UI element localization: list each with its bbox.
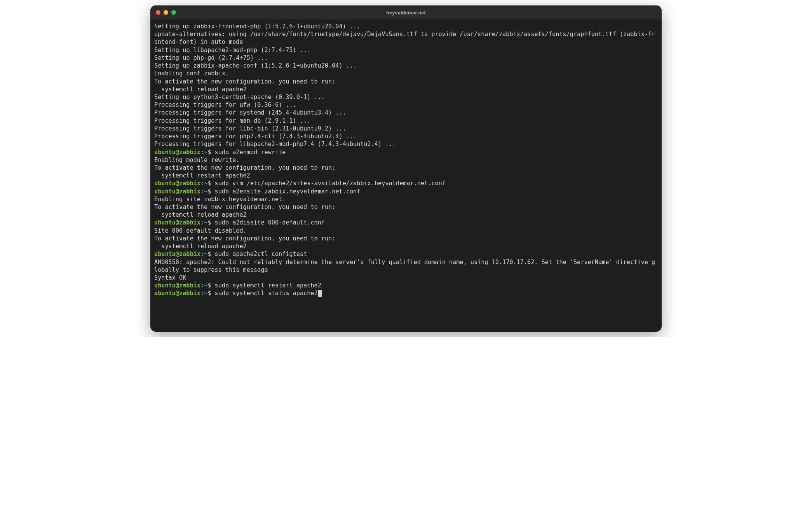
output-text: AH00558: apache2: Could not reliably det… <box>154 259 655 273</box>
output-text: Enabling site zabbix.heyvaldemar.net. <box>154 196 286 203</box>
shell-prompt: ubuntu@zabbix:~$ <box>154 290 215 297</box>
terminal-window: heyvaldemar.net Setting up zabbix-fronte… <box>150 5 662 332</box>
prompt-colon: : <box>200 290 204 297</box>
prompt-at: @ <box>176 282 179 289</box>
prompt-path: ~ <box>204 149 207 156</box>
output-text: systemctl restart apache2 <box>154 172 250 179</box>
prompt-at: @ <box>176 251 179 258</box>
output-line: systemctl reload apache2 <box>154 85 658 93</box>
output-text: Processing triggers for libapache2-mod-p… <box>154 141 396 148</box>
minimize-icon[interactable] <box>164 10 168 15</box>
titlebar[interactable]: heyvaldemar.net <box>150 5 662 19</box>
output-line: AH00558: apache2: Could not reliably det… <box>154 258 658 274</box>
command-line: ubuntu@zabbix:~$ sudo systemctl restart … <box>154 282 658 289</box>
window-controls <box>156 10 176 15</box>
output-text: Site 000-default disabled. <box>154 227 247 234</box>
output-text: systemctl reload apache2 <box>154 243 247 250</box>
command-text: sudo apache2ctl configtest <box>215 251 307 258</box>
prompt-host: zabbix <box>179 251 200 258</box>
output-line: systemctl reload apache2 <box>154 211 658 219</box>
output-line: To activate the new configuration, you n… <box>154 235 658 242</box>
output-line: systemctl restart apache2 <box>154 172 658 179</box>
shell-prompt: ubuntu@zabbix:~$ <box>154 282 215 289</box>
output-text: To activate the new configuration, you n… <box>154 78 335 85</box>
prompt-user: ubuntu <box>154 219 176 226</box>
command-text: sudo vim /etc/apache2/sites-available/za… <box>215 180 446 187</box>
output-line: update-alternatives: using /usr/share/fo… <box>154 30 658 46</box>
command-text: sudo a2dissite 000-default.conf <box>215 219 325 226</box>
output-line: Processing triggers for man-db (2.9.1-1)… <box>154 117 658 125</box>
prompt-host: zabbix <box>179 282 200 289</box>
output-text: Processing triggers for man-db (2.9.1-1)… <box>154 117 310 124</box>
output-line: Setting up php-gd (2:7.4+75) ... <box>154 54 658 62</box>
command-line: ubuntu@zabbix:~$ sudo systemctl status a… <box>154 289 658 297</box>
prompt-host: zabbix <box>179 149 200 156</box>
prompt-path: ~ <box>204 282 207 289</box>
output-text: Setting up libapache2-mod-php (2:7.4+75)… <box>154 47 310 54</box>
prompt-host: zabbix <box>179 219 200 226</box>
prompt-colon: : <box>200 188 204 195</box>
close-icon[interactable] <box>156 10 160 15</box>
output-line: Setting up libapache2-mod-php (2:7.4+75)… <box>154 46 658 54</box>
command-text: sudo systemctl status apache2 <box>215 290 318 297</box>
output-text: Processing triggers for systemd (245.4-4… <box>154 109 346 116</box>
output-text: Processing triggers for ufw (0.36-6) ... <box>154 101 296 108</box>
output-text: To activate the new configuration, you n… <box>154 235 335 242</box>
command-line: ubuntu@zabbix:~$ sudo a2enmod rewrite <box>154 148 658 156</box>
output-text: Processing triggers for libc-bin (2.31-0… <box>154 125 346 132</box>
command-line: ubuntu@zabbix:~$ sudo a2dissite 000-defa… <box>154 219 658 226</box>
prompt-colon: : <box>200 149 204 156</box>
output-text: Setting up php-gd (2:7.4+75) ... <box>154 54 268 61</box>
shell-prompt: ubuntu@zabbix:~$ <box>154 149 215 156</box>
output-line: To activate the new configuration, you n… <box>154 203 658 211</box>
prompt-user: ubuntu <box>154 282 176 289</box>
cursor-icon <box>318 290 322 297</box>
output-line: Enabling module rewrite. <box>154 156 658 164</box>
output-line: Processing triggers for systemd (245.4-4… <box>154 109 658 117</box>
zoom-icon[interactable] <box>171 10 176 15</box>
prompt-user: ubuntu <box>154 180 176 187</box>
prompt-path: ~ <box>204 219 207 226</box>
output-line: Processing triggers for libc-bin (2.31-0… <box>154 125 658 132</box>
prompt-colon: : <box>200 251 204 258</box>
output-text: systemctl reload apache2 <box>154 211 247 218</box>
prompt-at: @ <box>176 180 179 187</box>
prompt-path: ~ <box>204 290 207 297</box>
prompt-colon: : <box>200 282 204 289</box>
prompt-host: zabbix <box>179 290 200 297</box>
prompt-host: zabbix <box>179 180 200 187</box>
output-line: Setting up zabbix-frontend-php (1:5.2.6-… <box>154 23 658 30</box>
shell-prompt: ubuntu@zabbix:~$ <box>154 180 215 187</box>
prompt-at: @ <box>176 188 179 195</box>
command-line: ubuntu@zabbix:~$ sudo apache2ctl configt… <box>154 250 658 258</box>
output-text: Setting up zabbix-frontend-php (1:5.2.6-… <box>154 23 360 30</box>
output-line: Syntax OK <box>154 274 658 282</box>
shell-prompt: ubuntu@zabbix:~$ <box>154 219 215 226</box>
output-text: To activate the new configuration, you n… <box>154 204 335 211</box>
output-text: Syntax OK <box>154 274 186 281</box>
terminal-body[interactable]: Setting up zabbix-frontend-php (1:5.2.6-… <box>150 19 662 332</box>
output-line: To activate the new configuration, you n… <box>154 78 658 85</box>
command-text: sudo systemctl restart apache2 <box>215 282 321 289</box>
prompt-at: @ <box>176 290 179 297</box>
output-text: Setting up python3-certbot-apache (0.39.… <box>154 94 325 101</box>
prompt-dollar: $ <box>207 251 214 258</box>
shell-prompt: ubuntu@zabbix:~$ <box>154 188 215 195</box>
output-text: Setting up zabbix-apache-conf (1:5.2.6-1… <box>154 62 357 69</box>
prompt-dollar: $ <box>207 282 214 289</box>
output-line: systemctl reload apache2 <box>154 242 658 250</box>
output-line: To activate the new configuration, you n… <box>154 164 658 172</box>
prompt-at: @ <box>176 149 179 156</box>
prompt-path: ~ <box>204 180 207 187</box>
shell-prompt: ubuntu@zabbix:~$ <box>154 251 215 258</box>
output-text: To activate the new configuration, you n… <box>154 164 335 171</box>
prompt-user: ubuntu <box>154 290 176 297</box>
prompt-dollar: $ <box>207 149 214 156</box>
output-line: Setting up python3-certbot-apache (0.39.… <box>154 93 658 101</box>
command-line: ubuntu@zabbix:~$ sudo vim /etc/apache2/s… <box>154 179 658 187</box>
output-text: update-alternatives: using /usr/share/fo… <box>154 31 655 45</box>
prompt-dollar: $ <box>207 188 214 195</box>
output-line: Processing triggers for ufw (0.36-6) ... <box>154 101 658 109</box>
prompt-path: ~ <box>204 251 207 258</box>
output-text: Processing triggers for php7.4-cli (7.4.… <box>154 133 357 140</box>
